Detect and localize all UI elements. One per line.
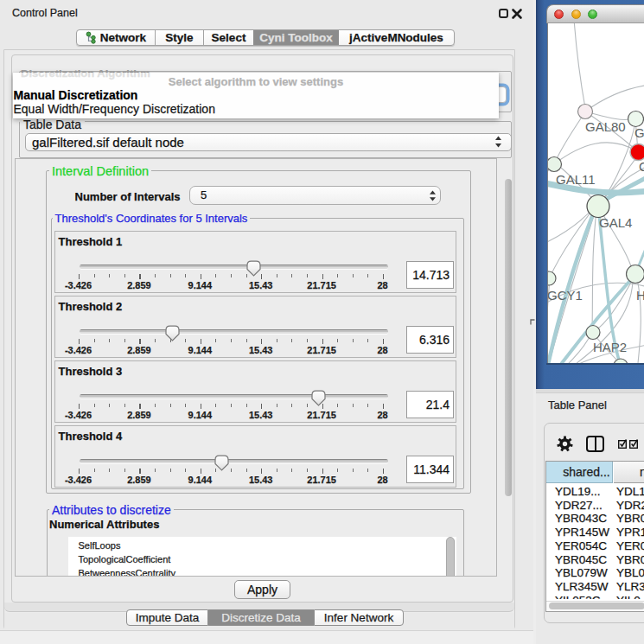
svg-text:GAL80: GAL80 bbox=[585, 119, 626, 134]
svg-text:GAL4: GAL4 bbox=[599, 215, 632, 230]
svg-text:GCY1: GCY1 bbox=[548, 288, 583, 303]
svg-text:GA: GA bbox=[634, 125, 644, 140]
svg-text:HAP2: HAP2 bbox=[593, 340, 627, 354]
svg-text:C: C bbox=[639, 159, 644, 174]
svg-text:GAL11: GAL11 bbox=[556, 172, 596, 187]
svg-text:HI: HI bbox=[636, 288, 644, 303]
